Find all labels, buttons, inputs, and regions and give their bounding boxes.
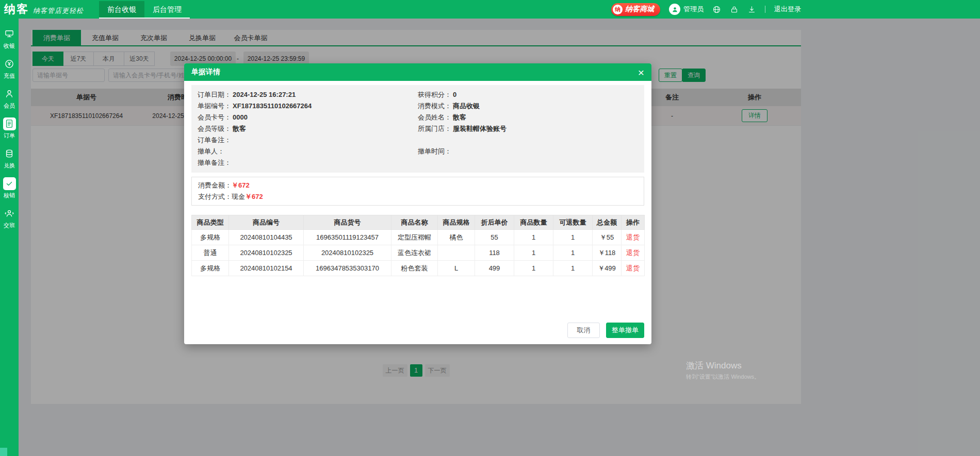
- sidebar-item-label: 交班: [4, 222, 15, 229]
- cell-sku: 16963478535303170: [304, 261, 391, 276]
- cell-type: 多规格: [192, 261, 229, 276]
- recharge-icon: [3, 58, 16, 71]
- header-product-name: 商品名称: [391, 215, 438, 230]
- sidebar: 收银 充值 会员 订单 兑换 核销 交班: [0, 19, 19, 456]
- cell-spec: 橘色: [438, 230, 475, 245]
- sidebar-item-label: 充值: [4, 72, 15, 80]
- sidebar-item-order[interactable]: 订单: [0, 113, 19, 143]
- mode-label: 消费模式：: [418, 100, 451, 112]
- top-tab-backend-manage[interactable]: 后台管理: [144, 1, 190, 19]
- store-label: 所属门店：: [418, 123, 451, 134]
- close-icon[interactable]: ×: [638, 67, 644, 78]
- refund-button[interactable]: 退货: [626, 264, 640, 272]
- topbar-right: 纳 纳客商城 管理员 退出登录: [611, 0, 801, 19]
- mall-logo-icon: 纳: [613, 5, 623, 14]
- void-order-button[interactable]: 整单撤单: [606, 323, 644, 338]
- logout-button[interactable]: 退出登录: [774, 5, 801, 14]
- cell-spec: [438, 245, 475, 261]
- download-icon[interactable]: [747, 5, 756, 14]
- sidebar-item-verify[interactable]: 核销: [0, 173, 19, 203]
- cell-price: 55: [475, 230, 514, 245]
- modal-header: 单据详情 ×: [184, 63, 651, 81]
- card-no-value: 0000: [233, 112, 248, 123]
- modal-title: 单据详情: [191, 67, 220, 77]
- exchange-icon: [3, 147, 16, 160]
- cell-spec: L: [438, 261, 475, 276]
- cashier-icon: [3, 28, 16, 41]
- globe-icon[interactable]: [712, 5, 721, 14]
- modal-body: 订单日期：2024-12-25 16:27:21 获得积分：0 单据编号：XF1…: [184, 81, 651, 344]
- cell-refundable: 1: [553, 230, 593, 245]
- sidebar-item-label: 核销: [4, 192, 15, 199]
- cell-code: 20240810104435: [229, 230, 304, 245]
- product-row: 多规格 20240810102154 16963478535303170 粉色套…: [192, 261, 645, 276]
- lock-icon[interactable]: [730, 5, 739, 14]
- points-label: 获得积分：: [418, 89, 451, 100]
- cancel-button[interactable]: 取消: [567, 323, 600, 338]
- products-header-row: 商品类型 商品编号 商品货号 商品名称 商品规格 折后单价 商品数量 可退数量 …: [192, 215, 645, 230]
- top-tab-front-cashier[interactable]: 前台收银: [99, 1, 144, 19]
- topbar: 纳客 纳客管店更轻松 前台收银 后台管理 纳 纳客商城 管理员 退出登录: [0, 0, 980, 19]
- level-value: 散客: [233, 123, 246, 134]
- cell-price: 499: [475, 261, 514, 276]
- cell-name: 定型压褶帽: [391, 230, 438, 245]
- product-row: 多规格 20240810104435 16963501119123457 定型压…: [192, 230, 645, 245]
- doc-no-value: XF1871835110102667264: [233, 100, 312, 112]
- store-value: 服装鞋帽体验账号: [453, 123, 507, 134]
- order-remark-label: 订单备注：: [198, 134, 231, 146]
- sidebar-item-label: 兑换: [4, 162, 15, 170]
- sidebar-item-cashier[interactable]: 收银: [0, 24, 19, 54]
- cell-refundable: 1: [553, 261, 593, 276]
- cell-qty: 1: [514, 261, 553, 276]
- header-product-type: 商品类型: [192, 215, 229, 230]
- cell-total: ￥55: [593, 230, 622, 245]
- top-nav: 前台收银 后台管理: [99, 0, 190, 19]
- cell-type: 多规格: [192, 230, 229, 245]
- product-row: 普通 20240810102325 20240810102325 蓝色连衣裙 1…: [192, 245, 645, 261]
- sidebar-item-member[interactable]: 会员: [0, 83, 19, 113]
- header-quantity: 商品数量: [514, 215, 553, 230]
- app-slogan: 纳客管店更轻松: [33, 6, 84, 15]
- sidebar-item-label: 订单: [4, 132, 15, 140]
- header-refundable-qty: 可退数量: [553, 215, 593, 230]
- doc-no-label: 单据编号：: [198, 100, 231, 112]
- user-name: 管理员: [683, 5, 704, 14]
- refund-button[interactable]: 退货: [626, 249, 640, 257]
- header-product-spec: 商品规格: [438, 215, 475, 230]
- mall-badge[interactable]: 纳 纳客商城: [611, 3, 660, 16]
- order-detail-modal: 单据详情 × 订单日期：2024-12-25 16:27:21 获得积分：0 单…: [184, 63, 651, 344]
- void-time-label: 撤单时间：: [418, 146, 451, 157]
- products-table: 商品类型 商品编号 商品货号 商品名称 商品规格 折后单价 商品数量 可退数量 …: [191, 215, 645, 276]
- cell-sku: 16963501119123457: [304, 230, 391, 245]
- cell-price: 118: [475, 245, 514, 261]
- sidebar-item-shift[interactable]: 交班: [0, 203, 19, 233]
- pay-method: 现金: [232, 193, 245, 200]
- user-menu[interactable]: 管理员: [669, 4, 704, 15]
- refund-button[interactable]: 退货: [626, 233, 640, 241]
- cell-type: 普通: [192, 245, 229, 261]
- sidebar-item-label: 会员: [4, 102, 15, 110]
- member-name-value: 散客: [453, 112, 466, 123]
- cell-total: ￥499: [593, 261, 622, 276]
- brand: 纳客 纳客管店更轻松: [4, 2, 84, 17]
- cell-sku: 20240810102325: [304, 245, 391, 261]
- mode-value: 商品收银: [453, 100, 480, 112]
- cell-refundable: 1: [553, 245, 593, 261]
- header-product-action: 操作: [622, 215, 645, 230]
- header-discount-price: 折后单价: [475, 215, 514, 230]
- header-product-code: 商品编号: [229, 215, 304, 230]
- pay-value: ￥672: [245, 193, 263, 200]
- member-name-label: 会员姓名：: [418, 112, 451, 123]
- order-date-label: 订单日期：: [198, 89, 231, 100]
- void-by-label: 撤单人：: [198, 146, 224, 157]
- order-info-panel: 订单日期：2024-12-25 16:27:21 获得积分：0 单据编号：XF1…: [191, 85, 644, 173]
- pay-method-label: 支付方式：: [198, 193, 232, 200]
- void-remark-label: 撤单备注：: [198, 157, 231, 168]
- verify-icon: [3, 177, 16, 190]
- points-value: 0: [453, 89, 456, 100]
- sidebar-item-exchange[interactable]: 兑换: [0, 143, 19, 173]
- topbar-divider: [765, 6, 765, 13]
- sidebar-item-recharge[interactable]: 充值: [0, 54, 19, 83]
- member-icon: [3, 88, 16, 100]
- card-no-label: 会员卡号：: [198, 112, 231, 123]
